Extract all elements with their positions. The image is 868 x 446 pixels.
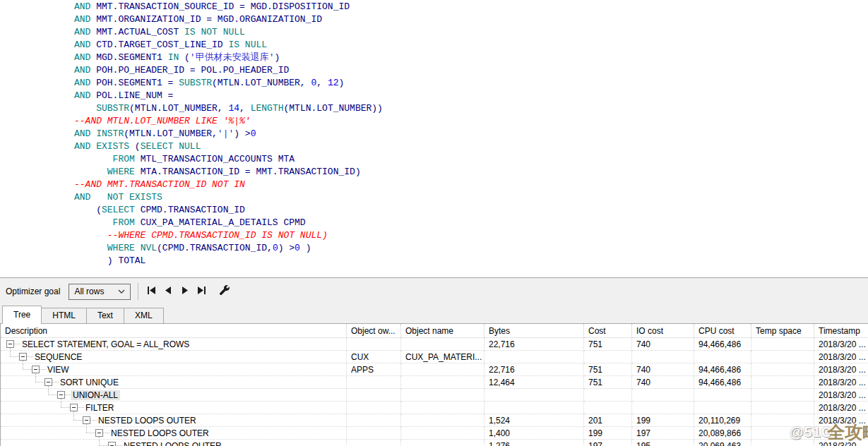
tree-connector (61, 407, 70, 408)
plan-tree-row[interactable]: SEQUENCECUXCUX_PA_MATERI...2018/3/20 ... (1, 351, 868, 363)
next-record-button[interactable] (177, 283, 194, 300)
column-header-io_cost[interactable]: IO cost (632, 324, 694, 338)
plan-tree-row[interactable]: NESTED LOOPS OUTER1,27619719520,069,4632… (1, 440, 868, 446)
optimizer-goal-select[interactable]: All rows (69, 284, 131, 300)
sql-line: AND MMT.ORGANIZATION_ID = MGD.ORGANIZATI… (74, 13, 868, 26)
tree-cell: SEQUENCE (1, 351, 347, 363)
cell-object_name: CUX_PA_MATERI... (401, 351, 484, 363)
tree-node-label[interactable]: VIEW (45, 365, 71, 375)
sql-line: WHERE MTA.TRANSACTION_ID = MMT.TRANSACTI… (74, 166, 868, 179)
tree-collapse-icon[interactable] (108, 442, 116, 446)
tree-node-label[interactable]: NESTED LOOPS OUTER (96, 416, 198, 426)
column-header-description[interactable]: Description (1, 324, 347, 338)
tree-connector (99, 440, 100, 445)
cell-object_owner: APPS (347, 363, 401, 376)
tree-collapse-icon[interactable] (70, 404, 78, 411)
minus-glyph (47, 382, 50, 382)
cell-cpu_cost (694, 402, 751, 414)
tree-collapse-icon[interactable] (19, 353, 27, 361)
tree-connector (61, 402, 61, 407)
tree-collapse-icon[interactable] (44, 378, 52, 386)
tree-node-label[interactable]: NESTED LOOPS OUTER (121, 441, 224, 446)
minus-glyph (85, 420, 88, 421)
tab-text[interactable]: Text (86, 308, 124, 323)
cell-temp_space (751, 363, 814, 376)
cell-object_name (401, 440, 484, 446)
column-header-cost[interactable]: Cost (584, 324, 632, 338)
plan-tree-row[interactable]: FILTER2018/3/20 ... (1, 402, 868, 414)
minus-glyph (72, 407, 76, 408)
sql-line: AND CTD.TARGET_COST_LINE_ID IS NULL (74, 39, 868, 52)
sql-line: AND INSTR(MTLN.LOT_NUMBER,'|') >0 (74, 128, 868, 140)
cell-bytes: 1,524 (484, 414, 584, 427)
tree-connector (86, 427, 87, 433)
plan-tree-row[interactable]: SELECT STATEMENT, GOAL = ALL_ROWS22,7167… (1, 338, 868, 351)
cell-cost: 751 (584, 376, 632, 389)
plan-tabs: TreeHTMLTextXML (0, 305, 868, 324)
tree-node-label[interactable]: FILTER (83, 403, 116, 413)
minus-glyph (34, 369, 37, 370)
cell-timestamp: 2018/3/20 ... (814, 351, 868, 363)
toolbar-separator (138, 283, 138, 300)
tree-collapse-icon[interactable] (95, 429, 103, 437)
tree-collapse-icon[interactable] (83, 416, 90, 424)
cell-object_owner (347, 376, 401, 389)
tree-collapse-icon[interactable] (57, 391, 65, 399)
plan-tree-row[interactable]: NESTED LOOPS OUTER1,52420119920,110,2692… (1, 414, 868, 427)
column-header-object_owner[interactable]: Object ow... (347, 324, 401, 338)
explain-plan-pane: Optimizer goal All rows (0, 277, 868, 446)
plan-tree-row[interactable]: NESTED LOOPS OUTER1,40019919720,089,866 (1, 427, 868, 440)
cell-io_cost: 195 (632, 440, 694, 446)
previous-record-icon (164, 286, 172, 297)
tree-node-label[interactable]: NESTED LOOPS OUTER (109, 428, 211, 438)
column-header-object_name[interactable]: Object name (401, 324, 484, 338)
cell-io_cost: 740 (632, 363, 694, 376)
tab-xml[interactable]: XML (124, 308, 164, 323)
tab-tree[interactable]: Tree (2, 306, 42, 324)
tree-connector (10, 356, 19, 357)
tree-cell: SORT UNIQUE (1, 376, 347, 389)
tree-collapse-icon[interactable] (6, 340, 14, 348)
tree-node-label[interactable]: SORT UNIQUE (58, 378, 121, 387)
tree-collapse-icon[interactable] (32, 366, 40, 373)
column-header-bytes[interactable]: Bytes (484, 324, 584, 338)
last-record-button[interactable] (194, 283, 210, 300)
cell-bytes: 12,464 (484, 376, 584, 389)
tree-node-label[interactable]: SEQUENCE (32, 352, 84, 362)
chevron-down-icon (118, 287, 125, 296)
cell-cpu_cost: 20,110,269 (694, 414, 751, 427)
sql-line: AND POH.PO_HEADER_ID = POL.PO_HEADER_ID (74, 64, 868, 77)
tree-node-label[interactable]: UNION-ALL (71, 390, 120, 400)
column-header-temp_space[interactable]: Temp space (751, 324, 814, 338)
sql-line: AND POH.SEGMENT1 = SUBSTR(MTLN.LOT_NUMBE… (74, 77, 868, 90)
sql-line: --WHERE CPMD.TRANSACTION_ID IS NOT NULL) (74, 229, 868, 242)
sql-line: AND POL.LINE_NUM = (74, 90, 868, 102)
sql-line: WHERE NVL(CPMD.TRANSACTION_ID,0) >0 ) (74, 242, 868, 255)
minus-glyph (97, 433, 101, 433)
cell-object_owner: CUX (347, 351, 401, 363)
cell-cost: 199 (584, 427, 632, 440)
tree-cell: VIEW (1, 363, 347, 376)
plan-settings-button[interactable] (216, 283, 233, 300)
previous-record-button[interactable] (160, 283, 177, 300)
tree-node-label[interactable]: SELECT STATEMENT, GOAL = ALL_ROWS (20, 339, 191, 349)
cell-object_owner (347, 414, 401, 427)
tree-connector (23, 369, 32, 370)
cell-cost (584, 402, 632, 414)
minus-glyph (8, 344, 12, 344)
cell-bytes (484, 389, 584, 402)
tree-connector (73, 414, 74, 420)
plan-tree-row[interactable]: UNION-ALL2018/3/20 ... (1, 389, 868, 402)
sql-editor[interactable]: AND MMT.TRANSACTION_SOURCE_ID = MGD.DISP… (0, 0, 868, 277)
tree-connector (35, 376, 36, 382)
tree-connector (48, 389, 49, 394)
cell-cpu_cost: 20,089,866 (694, 427, 751, 440)
tree-connector (23, 363, 23, 369)
cell-object_name (401, 389, 484, 402)
tab-html[interactable]: HTML (41, 308, 87, 323)
plan-tree-row[interactable]: SORT UNIQUE12,46475174094,466,4862018/3/… (1, 376, 868, 389)
column-header-cpu_cost[interactable]: CPU cost (694, 324, 751, 338)
column-header-timestamp[interactable]: Timestamp (814, 324, 868, 338)
plan-tree-row[interactable]: VIEWAPPS22,71675174094,466,4862018/3/20 … (1, 363, 868, 376)
first-record-button[interactable] (143, 283, 160, 300)
